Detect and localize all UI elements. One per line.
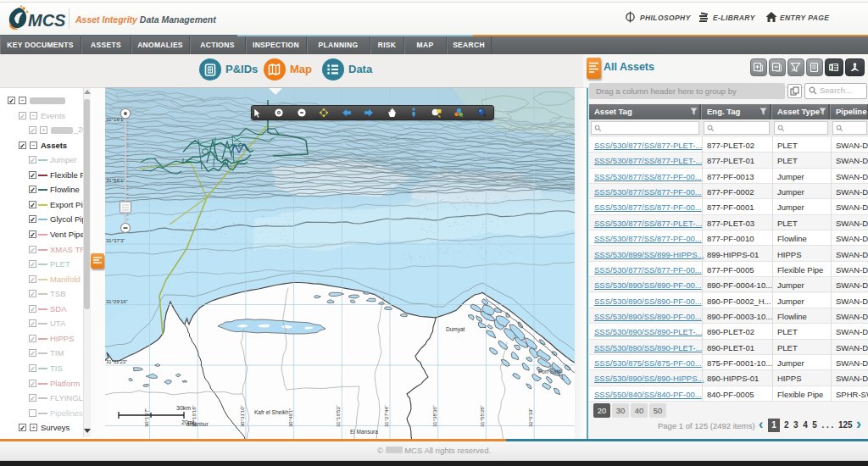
svg-text:31°11'23": 31°11'23"	[106, 359, 127, 364]
svg-text:31°37'3": 31°37'3"	[106, 238, 125, 243]
svg-text:El Mansura: El Mansura	[350, 429, 378, 435]
svg-text:31°29'16": 31°29'16"	[106, 299, 128, 304]
svg-text:30°46'1": 30°46'1"	[288, 408, 293, 427]
svg-text:30°1'27": 30°1'27"	[144, 408, 149, 427]
svg-text:31°38'36": 31°38'36"	[432, 405, 437, 427]
svg-text:Dumyat: Dumyat	[446, 326, 465, 333]
svg-text:Port Said: Port Said	[538, 369, 561, 374]
svg-text:Kafr el Sheikh: Kafr el Sheikh	[254, 409, 289, 415]
svg-text:30°31'10": 30°31'10"	[240, 405, 245, 427]
svg-text:31°56'1": 31°56'1"	[106, 178, 125, 183]
svg-text:MCS: MCS	[28, 11, 66, 30]
svg-text:20mi: 20mi	[181, 419, 195, 425]
svg-text:31°27'44": 31°27'44"	[384, 405, 389, 427]
svg-text:31°16'53": 31°16'53"	[336, 405, 341, 427]
svg-text:31°55'28": 31°55'28"	[480, 405, 485, 427]
svg-text:32°6'19": 32°6'19"	[528, 408, 533, 427]
svg-text:30km: 30km	[176, 405, 191, 411]
